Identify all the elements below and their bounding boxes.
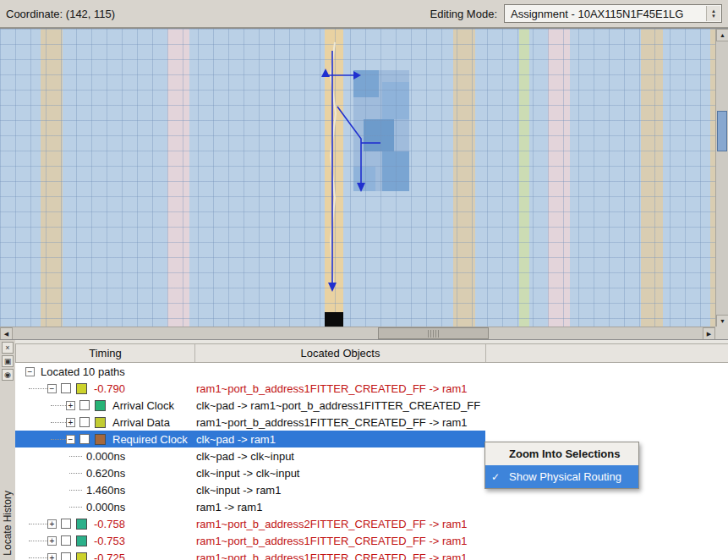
tree-connector bbox=[29, 524, 47, 524]
objects-value: ram1~port_b_address1FITTER_CREATED_FF ->… bbox=[196, 552, 468, 560]
scroll-down-button[interactable]: ▼ bbox=[716, 315, 728, 327]
expand-icon[interactable]: + bbox=[66, 418, 75, 427]
expand-icon[interactable]: + bbox=[66, 401, 75, 410]
tree-row[interactable]: +-0.725ram1~port_b_address1FITTER_CREATE… bbox=[15, 549, 728, 560]
column-header-timing[interactable]: Timing bbox=[16, 344, 195, 362]
timing-value: 0.000ns bbox=[86, 501, 125, 513]
scroll-down-icon: ▼ bbox=[720, 318, 725, 324]
editing-mode-select[interactable]: Assignment - 10AX115N1F45E1LG ▲ ▼ bbox=[504, 4, 722, 23]
timing-value: Arrival Clock bbox=[112, 399, 174, 412]
scroll-right-button[interactable]: ▶ bbox=[703, 327, 715, 340]
timing-cell: −Located 10 paths bbox=[15, 365, 194, 378]
timing-cell: 0.000ns bbox=[15, 501, 194, 513]
column-header-objects[interactable]: Located Objects bbox=[195, 344, 486, 362]
tree-connector bbox=[51, 439, 66, 440]
tree-connector bbox=[29, 541, 47, 541]
menu-item-zoom-into-selections[interactable]: Zoom Into Selections bbox=[485, 442, 638, 465]
timing-value: Required Clock bbox=[112, 433, 188, 446]
path-checkbox[interactable] bbox=[79, 400, 90, 410]
objects-value: clk~input -> ram1 bbox=[196, 484, 281, 497]
horizontal-scroll-thumb[interactable] bbox=[378, 327, 489, 339]
tree-connector bbox=[69, 490, 82, 491]
timing-cell: +Arrival Data bbox=[15, 416, 194, 429]
combo-down-icon: ▼ bbox=[711, 14, 716, 19]
vertical-scroll-track[interactable] bbox=[716, 41, 728, 315]
menu-item-show-physical-routing[interactable]: ✓ Show Physical Routing bbox=[485, 465, 638, 488]
collapse-icon[interactable]: − bbox=[47, 384, 57, 393]
tree-row[interactable]: +-0.753ram1~port_b_address1FITTER_CREATE… bbox=[15, 532, 728, 549]
editing-mode-value: Assignment - 10AX115N1F45E1LG bbox=[511, 8, 683, 20]
close-panel-button[interactable]: × bbox=[2, 342, 14, 354]
collapse-icon[interactable]: − bbox=[66, 435, 75, 444]
timing-cell: +-0.725 bbox=[15, 552, 194, 560]
path-checkbox[interactable] bbox=[61, 519, 71, 529]
pin-panel-button[interactable]: ◉ bbox=[2, 369, 14, 381]
menu-item-label: Show Physical Routing bbox=[509, 470, 621, 483]
objects-cell: ram1~port_b_address2FITTER_CREATED_FF ->… bbox=[194, 518, 728, 530]
io-pad bbox=[325, 312, 343, 327]
float-icon: ▣ bbox=[4, 357, 12, 365]
chip-planner-window: Coordinate: (142, 115) Editing Mode: Ass… bbox=[0, 0, 728, 560]
objects-cell: ram1~port_b_address1FITTER_CREATED_FF ->… bbox=[194, 552, 728, 560]
objects-cell: ram1~port_b_address1FITTER_CREATED_FF ->… bbox=[194, 416, 728, 429]
objects-value: clk~pad -> ram1 bbox=[196, 433, 276, 446]
path-checkbox[interactable] bbox=[79, 417, 90, 427]
chip-canvas[interactable] bbox=[0, 29, 715, 327]
tree-connector bbox=[29, 557, 47, 558]
timing-cell: +Arrival Clock bbox=[15, 399, 194, 412]
float-panel-button[interactable]: ▣ bbox=[2, 355, 14, 367]
thumb-grip-icon bbox=[428, 330, 439, 338]
timing-cell: 1.460ns bbox=[15, 484, 194, 497]
horizontal-scrollbar[interactable]: ◀ ▶ bbox=[0, 327, 715, 339]
horizontal-scroll-track[interactable] bbox=[13, 327, 703, 339]
collapse-icon[interactable]: − bbox=[25, 367, 35, 376]
timing-cell: 0.620ns bbox=[15, 467, 194, 480]
locate-history-tab[interactable]: Locate History bbox=[2, 491, 14, 556]
objects-cell: clk~pad -> ram1 bbox=[194, 433, 728, 446]
expand-icon[interactable]: + bbox=[47, 536, 57, 546]
canvas-area: ◀ ▶ ▲ ▼ bbox=[0, 28, 728, 339]
arrow-right-icon bbox=[353, 71, 361, 80]
routing-path bbox=[337, 107, 361, 183]
timing-value: -0.725 bbox=[94, 552, 125, 560]
wire-highlight bbox=[331, 42, 336, 283]
vertical-scrollbar[interactable]: ▲ ▼ bbox=[715, 29, 728, 327]
objects-cell: ram1~port_b_address1FITTER_CREATED_FF ->… bbox=[194, 535, 728, 547]
tree-row[interactable]: −-0.790ram1~port_b_address1FITTER_CREATE… bbox=[15, 380, 728, 397]
expand-icon[interactable]: + bbox=[47, 519, 57, 529]
tree-row[interactable]: 0.000nsram1 -> ram1 bbox=[15, 498, 728, 515]
tree-row[interactable]: +-0.758ram1~port_b_address2FITTER_CREATE… bbox=[15, 515, 728, 532]
coordinate-label: Coordinate: (142, 115) bbox=[6, 8, 115, 20]
toolbar: Coordinate: (142, 115) Editing Mode: Ass… bbox=[0, 0, 728, 28]
tree-connector bbox=[69, 456, 82, 457]
objects-value: ram1~port_b_address1FITTER_CREATED_FF ->… bbox=[196, 416, 468, 429]
timing-value: 0.000ns bbox=[86, 450, 125, 463]
tree-row[interactable]: −Located 10 paths bbox=[15, 363, 728, 380]
path-checkbox[interactable] bbox=[79, 434, 90, 444]
timing-value: Arrival Data bbox=[112, 416, 170, 429]
scroll-left-button[interactable]: ◀ bbox=[0, 327, 13, 340]
timing-value: -0.790 bbox=[94, 382, 125, 395]
context-menu: Zoom Into Selections ✓ Show Physical Rou… bbox=[484, 442, 639, 489]
combo-arrows-icon[interactable]: ▲ ▼ bbox=[706, 6, 720, 21]
path-checkbox[interactable] bbox=[61, 552, 71, 560]
expand-icon[interactable]: + bbox=[47, 553, 57, 560]
timing-cell: 0.000ns bbox=[15, 450, 194, 463]
timing-value: 0.620ns bbox=[86, 467, 125, 480]
scrollbar-corner bbox=[715, 327, 728, 339]
vertical-scroll-thumb[interactable] bbox=[717, 111, 727, 151]
tree-connector bbox=[29, 388, 47, 389]
tree-row[interactable]: +Arrival Clockclk~pad -> ram1~port_b_add… bbox=[15, 397, 728, 414]
menu-item-label: Zoom Into Selections bbox=[509, 447, 620, 460]
scroll-up-button[interactable]: ▲ bbox=[716, 29, 728, 41]
objects-value: clk~pad -> clk~input bbox=[196, 450, 294, 463]
path-color-swatch bbox=[76, 535, 87, 546]
path-checkbox[interactable] bbox=[61, 383, 71, 393]
path-checkbox[interactable] bbox=[61, 535, 71, 546]
timing-value: -0.753 bbox=[94, 535, 125, 547]
objects-value: ram1~port_b_address1FITTER_CREATED_FF ->… bbox=[196, 382, 468, 395]
objects-cell: clk~input -> ram1 bbox=[194, 484, 728, 497]
toolbar-right: Editing Mode: Assignment - 10AX115N1F45E… bbox=[430, 4, 723, 23]
tree-connector bbox=[51, 405, 66, 406]
tree-row[interactable]: +Arrival Dataram1~port_b_address1FITTER_… bbox=[15, 414, 728, 431]
